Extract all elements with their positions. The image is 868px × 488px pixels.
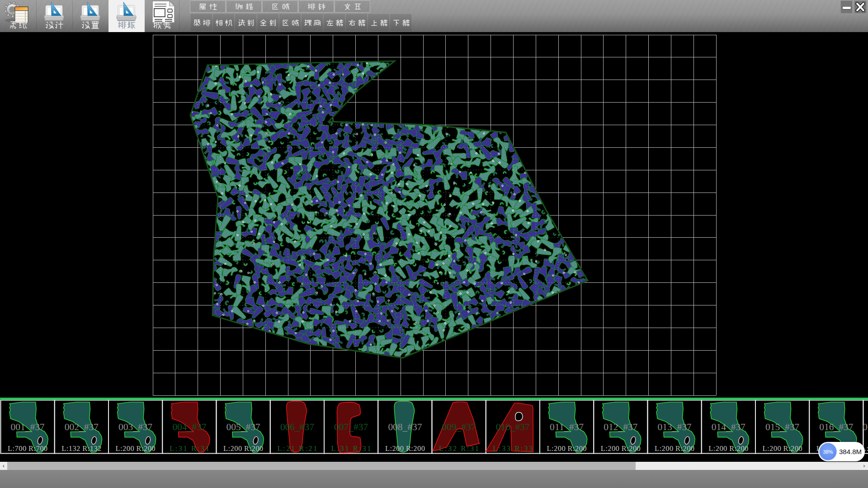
svg-text:001_#37: 001_#37 xyxy=(11,422,45,432)
svg-text:L:21 R:21: L:21 R:21 xyxy=(277,444,317,453)
svg-text:014_#37: 014_#37 xyxy=(712,422,745,432)
svg-text:L:32 R:31: L:32 R:31 xyxy=(439,444,479,453)
svg-text:L:31 R:31: L:31 R:31 xyxy=(331,444,371,453)
svg-text:L:200 R:200: L:200 R:200 xyxy=(547,444,587,453)
svg-text:L:700 R:700: L:700 R:700 xyxy=(8,444,47,453)
svg-text:005_#37: 005_#37 xyxy=(226,422,260,432)
svg-text:L:200 R:200: L:200 R:200 xyxy=(116,444,156,453)
svg-text:011_#37: 011_#37 xyxy=(550,422,584,432)
svg-text:L:200 R:200: L:200 R:200 xyxy=(601,444,641,453)
svg-text:009_#37: 009_#37 xyxy=(442,422,476,432)
svg-text:L:200 R:200: L:200 R:200 xyxy=(655,444,694,453)
svg-text:L:200 R:200: L:200 R:200 xyxy=(385,444,425,453)
svg-text:003_#37: 003_#37 xyxy=(118,422,152,432)
svg-text:004_#37: 004_#37 xyxy=(172,422,206,432)
svg-text:007_#37: 007_#37 xyxy=(334,422,368,432)
svg-text:L:132 R:132: L:132 R:132 xyxy=(61,444,101,453)
svg-text:002_#37: 002_#37 xyxy=(65,422,99,432)
svg-text:010_#37: 010_#37 xyxy=(496,422,530,432)
svg-text:006_#37: 006_#37 xyxy=(280,422,314,432)
svg-text:L:200 R:200: L:200 R:200 xyxy=(708,444,748,453)
svg-text:015_#37: 015_#37 xyxy=(765,422,799,432)
svg-text:012_#37: 012_#37 xyxy=(604,422,637,432)
svg-text:L:33 R:33: L:33 R:33 xyxy=(493,444,533,453)
svg-text:013_#37: 013_#37 xyxy=(658,422,692,432)
svg-text:008_#37: 008_#37 xyxy=(388,422,422,432)
svg-text:L:200 R:200: L:200 R:200 xyxy=(223,444,263,453)
svg-text:L:31 R:31: L:31 R:31 xyxy=(170,444,209,453)
svg-text:017_#37: 017_#37 xyxy=(863,422,868,432)
svg-text:L:200 R:200: L:200 R:200 xyxy=(763,444,802,453)
svg-text:016_#37: 016_#37 xyxy=(819,422,853,432)
